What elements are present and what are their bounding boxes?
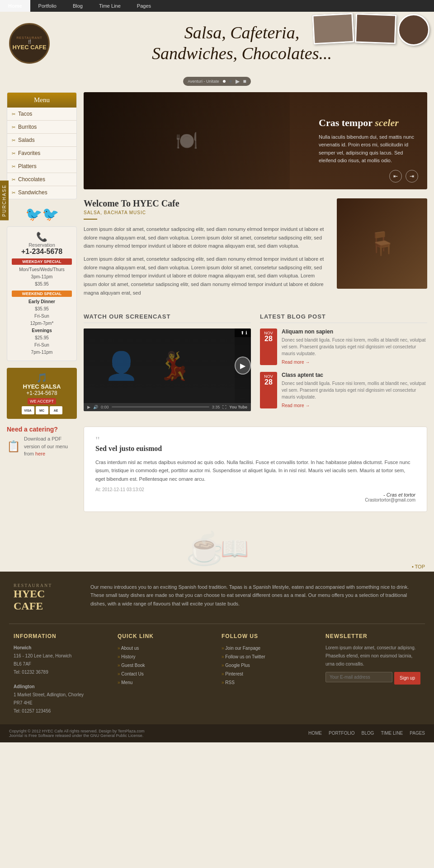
- footer-link-history[interactable]: History: [118, 652, 212, 661]
- nav-timeline[interactable]: Time Line: [91, 0, 129, 12]
- video-thumbnail[interactable]: Bachata Tanja La Alemana y Jorge Ataca W…: [84, 328, 251, 403]
- slider-pause[interactable]: ■: [243, 78, 246, 84]
- footer-nav-portfolio[interactable]: PORTFOLIO: [329, 731, 355, 736]
- menu-item-burritos[interactable]: ✂ Burritos: [7, 121, 76, 134]
- footer-quicklink-heading: QUICK LINK: [118, 633, 212, 639]
- footer-tel1: Tel: 01232 36789: [14, 668, 108, 676]
- menu-item-label: Salads: [18, 137, 35, 143]
- play-pause-icon[interactable]: ▶: [87, 405, 90, 409]
- footer-bottom-grid: INFORMATION Horwich 116 - 120 Lee Lane, …: [0, 624, 434, 724]
- testimonial-section: " Sed vel justo euismod Cras interdum ni…: [84, 427, 427, 512]
- footer-location1: Horwich: [14, 644, 108, 652]
- testimonial-body: Cras interdum nisl ac metus dapibus euis…: [95, 458, 415, 483]
- footer-link-about[interactable]: About us: [118, 644, 212, 652]
- footer-nav-home[interactable]: HOME: [308, 731, 322, 736]
- menu-item-label: Chocolates: [18, 176, 45, 183]
- we-accept-label: WE ACCEPT: [28, 398, 56, 404]
- blog-date-2: NOV 28: [260, 372, 277, 408]
- blog-title-2: Class aptent tac: [282, 372, 427, 378]
- footer-link-pinterest[interactable]: Pinterest: [222, 670, 316, 678]
- blog-month-1: NOV: [264, 331, 274, 335]
- video-controls: ▶ 🔊 0:00 3:35 ⛶ You Tube: [84, 403, 251, 411]
- footer-nav-blog[interactable]: BLOG: [362, 731, 374, 736]
- footer-link-contact[interactable]: Contact Us: [118, 670, 212, 678]
- play-button[interactable]: ▶: [235, 357, 251, 375]
- weekend-price1: $35.95: [35, 306, 49, 311]
- volume-icon[interactable]: 🔊: [93, 405, 98, 409]
- footer-link-menu[interactable]: Menu: [118, 678, 212, 687]
- footer-quicklink-column: QUICK LINK About us History Guest Book C…: [118, 633, 212, 715]
- mc-icon: MC: [36, 406, 48, 414]
- fullscreen-icon[interactable]: ⛶: [222, 405, 226, 409]
- welcome-image: 🪑: [337, 198, 427, 302]
- slider-dot-2[interactable]: [229, 80, 232, 83]
- footer-nav-timeline[interactable]: TIME LINE: [381, 731, 403, 736]
- menu-item-label: Favorites: [18, 150, 40, 156]
- scissor-icon: ✂: [12, 190, 15, 195]
- welcome-subtitle: SALSA, BACHATA MUSIC: [84, 210, 328, 215]
- early-dinner-label: Early Dinner: [28, 299, 55, 304]
- scissor-icon: ✂: [12, 112, 15, 117]
- nav-pages[interactable]: Pages: [129, 0, 159, 12]
- weekend-days2: Fri-Sun: [34, 343, 49, 347]
- youtube-logo: You Tube: [229, 405, 247, 409]
- progress-bar[interactable]: [112, 406, 209, 408]
- slider-dot-1[interactable]: [223, 80, 226, 83]
- footer-copyright-bar: Copyright © 2012 HYEC Cafe All rights re…: [0, 724, 434, 742]
- menu-header: Menu: [7, 93, 76, 108]
- reservation-box: 📞 Reservation +1-234-5678 WEEKDAY SPECIA…: [7, 226, 77, 361]
- blog-month-2: NOV: [264, 374, 274, 379]
- screencast-blog-section: WATCH OUR SCREENCAST Bachata Tanja La Al…: [84, 313, 427, 415]
- card-icons: VISA MC AE: [11, 406, 72, 414]
- weekend-hours2: 7pm-11pm: [31, 350, 53, 355]
- copyright-text: Copyright © 2012 HYEC Cafe All rights re…: [9, 729, 145, 738]
- slider-play[interactable]: ▶: [236, 78, 240, 84]
- footer-link-guestbook[interactable]: Guest Book: [118, 661, 212, 670]
- footer-link-rss[interactable]: RSS: [222, 678, 316, 687]
- blog-body-1: Donec sed blandit ligula. Fusce nisi lor…: [282, 337, 427, 357]
- weekend-days1: Fri-Sun: [34, 314, 49, 319]
- cup-icon: ☕: [186, 530, 225, 567]
- blog-post-2: NOV 28 Class aptent tac Donec sed blandi…: [260, 372, 427, 408]
- slider-navigation: Aventuri - Unitate ▶ ■: [0, 75, 434, 88]
- blog-content-2: Class aptent tac Donec sed blandit ligul…: [282, 372, 427, 408]
- newsletter-signup-button[interactable]: Sign up: [394, 672, 420, 685]
- welcome-section: Welcome To HYEC Cafe SALSA, BACHATA MUSI…: [84, 198, 427, 302]
- back-to-top-link[interactable]: • TOP: [412, 564, 425, 569]
- site-footer: RESTAURANT HYEC CAFE Our menu introduces…: [0, 572, 434, 742]
- nav-home[interactable]: Home: [0, 0, 30, 12]
- header-photo-3: [397, 14, 429, 46]
- header-photo-1: [312, 13, 354, 45]
- catering-link[interactable]: here: [35, 451, 45, 456]
- evenings-label: Evenings: [32, 328, 52, 333]
- menu-item-tacos[interactable]: ✂ Tacos: [7, 108, 76, 121]
- footer-follow-column: FOLLOW US Join our Fanpage Follow us on …: [222, 633, 316, 715]
- menu-item-platters[interactable]: ✂ Platters: [7, 160, 76, 173]
- nav-portfolio[interactable]: Portfolio: [30, 0, 65, 12]
- newsletter-email-input[interactable]: [326, 672, 392, 682]
- purchase-tab[interactable]: PURCHASE: [0, 181, 9, 221]
- nav-blog[interactable]: Blog: [65, 0, 91, 12]
- footer-link-fanpage[interactable]: Join our Fanpage: [222, 644, 316, 652]
- menu-item-sandwiches[interactable]: ✂ Sandwiches: [7, 186, 76, 199]
- blog-read-more-2[interactable]: Read more →: [282, 403, 310, 408]
- weekday-price: $35.95: [35, 282, 49, 286]
- slider-next-button[interactable]: ⇥: [406, 170, 418, 183]
- menu-item-label: Sandwiches: [18, 189, 47, 196]
- footer-link-twitter[interactable]: Follow us on Twitter: [222, 652, 316, 661]
- menu-item-favorites[interactable]: ✂ Favorites: [7, 147, 76, 160]
- blog-read-more-1[interactable]: Read more →: [282, 360, 310, 365]
- menu-item-chocolates[interactable]: ✂ Chocolates: [7, 173, 76, 186]
- footer-link-googleplus[interactable]: Google Plus: [222, 661, 316, 670]
- blog-column: LATEST BLOG POST NOV 28 Aliquam non sapi…: [260, 313, 427, 415]
- footer-nav-pages[interactable]: PAGES: [410, 731, 425, 736]
- slider-prev-button[interactable]: ⇤: [389, 170, 402, 183]
- weekday-special-badge: WEEKDAY SPECIAL: [12, 258, 72, 265]
- footer-logo-text: RESTAURANT HYEC CAFE: [14, 583, 77, 612]
- salsa-box: 🎵 HYEC SALSA +1-234-5678 WE ACCEPT VISA …: [7, 368, 77, 419]
- footer-info-heading: INFORMATION: [14, 633, 108, 639]
- footer-tel2: Tel: 01257 123456: [14, 707, 108, 715]
- newsletter-row: Sign up: [326, 672, 420, 685]
- weekend-hours1: 12pm-7pm*: [30, 321, 54, 326]
- menu-item-salads[interactable]: ✂ Salads: [7, 134, 76, 147]
